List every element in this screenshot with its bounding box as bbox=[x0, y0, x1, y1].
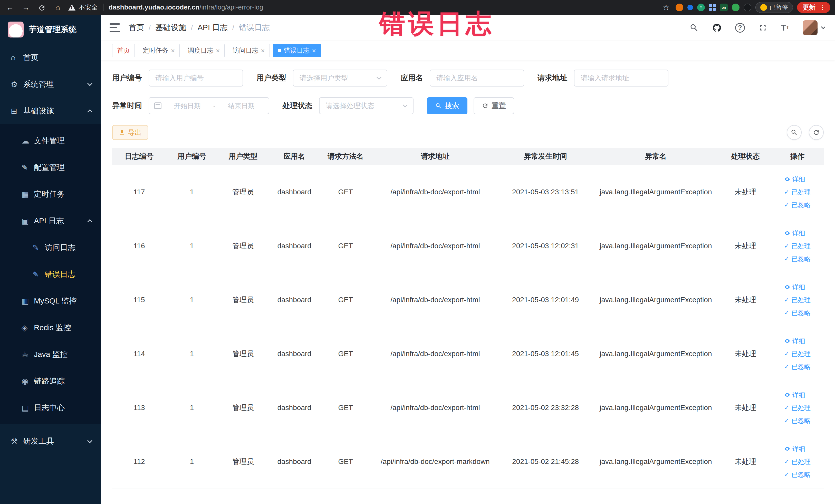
sidebar-item-infra[interactable]: ⊞ 基础设施 bbox=[0, 98, 101, 124]
breadcrumb-item[interactable]: API 日志 bbox=[198, 22, 228, 33]
close-icon[interactable]: × bbox=[312, 47, 316, 54]
close-icon[interactable]: × bbox=[171, 47, 175, 54]
detail-link[interactable]: 详细 bbox=[784, 227, 811, 240]
sidebar-item-devtools[interactable]: ⚒ 研发工具 bbox=[0, 428, 101, 455]
extension-leaf-icon[interactable] bbox=[732, 4, 739, 11]
eye-icon bbox=[784, 446, 790, 452]
extension-grid-icon[interactable] bbox=[709, 4, 716, 11]
process-status-select[interactable]: 请选择处理状态 bbox=[319, 97, 413, 114]
forward-icon[interactable]: → bbox=[21, 3, 31, 12]
toggle-search-button[interactable] bbox=[787, 125, 802, 140]
hamburger-icon[interactable] bbox=[109, 23, 120, 32]
cell-actions: 详细 ✓ 已处理 ✓ 已忽略 bbox=[771, 273, 824, 327]
github-icon[interactable] bbox=[712, 23, 722, 33]
cell-user-id: 1 bbox=[166, 165, 218, 219]
processed-link[interactable]: ✓ 已处理 bbox=[784, 401, 811, 414]
search-button[interactable]: 搜索 bbox=[427, 97, 467, 114]
paused-badge[interactable]: 已暂停 bbox=[755, 2, 793, 13]
filter-label: 用户编号 bbox=[112, 73, 142, 83]
detail-link[interactable]: 详细 bbox=[784, 173, 811, 186]
breadcrumb-item[interactable]: 首页 bbox=[128, 22, 144, 33]
browser-menu-icon[interactable]: ⋮ bbox=[819, 3, 826, 11]
check-icon: ✓ bbox=[784, 240, 789, 253]
sidebar-item-log-center[interactable]: ▤ 日志中心 bbox=[0, 395, 101, 421]
detail-link[interactable]: 详细 bbox=[784, 281, 811, 294]
address-bar[interactable]: dashboard.yudao.iocoder.cn/infra/log/api… bbox=[108, 3, 656, 11]
user-id-input[interactable] bbox=[149, 69, 243, 86]
close-icon[interactable]: × bbox=[216, 47, 220, 54]
col-request-url: 请求地址 bbox=[371, 148, 499, 165]
security-indicator[interactable]: 不安全 bbox=[68, 3, 98, 12]
fullscreen-icon[interactable] bbox=[758, 23, 768, 32]
search-icon[interactable] bbox=[690, 23, 699, 32]
tab-label: 调度日志 bbox=[188, 46, 213, 55]
processed-link[interactable]: ✓ 已处理 bbox=[784, 186, 811, 199]
ignored-link[interactable]: ✓ 已忽略 bbox=[784, 253, 811, 265]
extension-paw-icon[interactable] bbox=[744, 4, 751, 11]
user-type-select[interactable]: 请选择用户类型 bbox=[293, 69, 387, 86]
app-name-input[interactable] bbox=[430, 69, 524, 86]
extension-on-icon[interactable]: on bbox=[720, 4, 728, 11]
sidebar-item-access-log[interactable]: ✎ 访问日志 bbox=[0, 234, 101, 261]
refresh-table-button[interactable] bbox=[809, 125, 824, 140]
ignored-link[interactable]: ✓ 已忽略 bbox=[784, 306, 811, 319]
sidebar-item-system[interactable]: ⚙ 系统管理 bbox=[0, 71, 101, 98]
help-icon[interactable]: ? bbox=[735, 23, 745, 33]
reload-icon[interactable] bbox=[37, 3, 47, 12]
export-button[interactable]: 导出 bbox=[112, 125, 148, 140]
sidebar-item-home[interactable]: ⌂ 首页 bbox=[0, 44, 101, 71]
tab-error-log[interactable]: 错误日志 × bbox=[273, 44, 321, 57]
detail-link[interactable]: 详细 bbox=[784, 388, 811, 401]
sidebar-menu: ⌂ 首页 ⚙ 系统管理 ⊞ 基础设施 ☁ 文件管理 ✎ 配置管理 bbox=[0, 44, 101, 455]
gear-icon: ⚙ bbox=[11, 80, 23, 89]
extension-icon[interactable]: Y bbox=[697, 4, 705, 11]
sidebar-item-trace[interactable]: ◉ 链路追踪 bbox=[0, 368, 101, 395]
security-label: 不安全 bbox=[79, 3, 98, 12]
browser-home-icon[interactable]: ⌂ bbox=[53, 3, 63, 12]
processed-link[interactable]: ✓ 已处理 bbox=[784, 347, 811, 360]
breadcrumb-item[interactable]: 基础设施 bbox=[155, 22, 186, 33]
refresh-icon bbox=[813, 129, 820, 136]
request-url-input[interactable] bbox=[574, 69, 668, 86]
processed-link[interactable]: ✓ 已处理 bbox=[784, 455, 811, 468]
ignored-link[interactable]: ✓ 已忽略 bbox=[784, 199, 811, 211]
tab-access-log[interactable]: 访问日志 × bbox=[228, 44, 269, 57]
ignored-link[interactable]: ✓ 已忽略 bbox=[784, 468, 811, 481]
tab-home[interactable]: 首页 bbox=[112, 44, 135, 57]
date-range-picker[interactable]: 开始日期 - 结束日期 bbox=[149, 97, 269, 114]
eye-icon bbox=[784, 284, 790, 290]
filter-label: 用户类型 bbox=[257, 73, 286, 83]
sidebar-item-java-monitor[interactable]: ☕ Java 监控 bbox=[0, 341, 101, 368]
font-size-icon[interactable]: TT bbox=[781, 23, 789, 33]
bookmark-star-icon[interactable]: ☆ bbox=[661, 3, 672, 12]
detail-link[interactable]: 详细 bbox=[784, 442, 811, 455]
detail-label: 详细 bbox=[792, 281, 805, 294]
close-icon[interactable]: × bbox=[261, 47, 265, 54]
detail-link[interactable]: 详细 bbox=[784, 335, 811, 347]
sidebar-item-file-manage[interactable]: ☁ 文件管理 bbox=[0, 127, 101, 154]
update-button[interactable]: 更新 ⋮ bbox=[797, 2, 830, 13]
back-icon[interactable]: ← bbox=[5, 3, 15, 12]
cell-user-id: 1 bbox=[166, 435, 218, 489]
trace-icon: ◉ bbox=[22, 377, 34, 386]
sidebar-item-config-manage[interactable]: ✎ 配置管理 bbox=[0, 154, 101, 181]
user-menu[interactable] bbox=[803, 20, 825, 35]
processed-link[interactable]: ✓ 已处理 bbox=[784, 294, 811, 306]
ignored-link[interactable]: ✓ 已忽略 bbox=[784, 414, 811, 427]
tab-scheduled-tasks[interactable]: 定时任务 × bbox=[138, 44, 180, 57]
sidebar-item-scheduled-tasks[interactable]: ▦ 定时任务 bbox=[0, 181, 101, 207]
sidebar-logo[interactable]: 芋道管理系统 bbox=[0, 15, 101, 44]
api-log-icon: ▣ bbox=[22, 217, 34, 225]
tab-dispatch-log[interactable]: 调度日志 × bbox=[183, 44, 225, 57]
extension-icon[interactable] bbox=[687, 5, 693, 10]
sidebar-item-error-log[interactable]: ✎ 错误日志 bbox=[0, 261, 101, 287]
eye-icon bbox=[784, 338, 790, 344]
extension-icon[interactable] bbox=[676, 4, 683, 11]
ignored-link[interactable]: ✓ 已忽略 bbox=[784, 360, 811, 373]
sidebar-item-api-log[interactable]: ▣ API 日志 bbox=[0, 207, 101, 234]
cell-exception: java.lang.IllegalArgumentException bbox=[592, 273, 720, 327]
sidebar-item-redis-monitor[interactable]: ◈ Redis 监控 bbox=[0, 314, 101, 341]
sidebar-item-mysql-monitor[interactable]: ▥ MySQL 监控 bbox=[0, 287, 101, 314]
reset-button[interactable]: 重置 bbox=[474, 97, 514, 114]
processed-link[interactable]: ✓ 已处理 bbox=[784, 240, 811, 253]
